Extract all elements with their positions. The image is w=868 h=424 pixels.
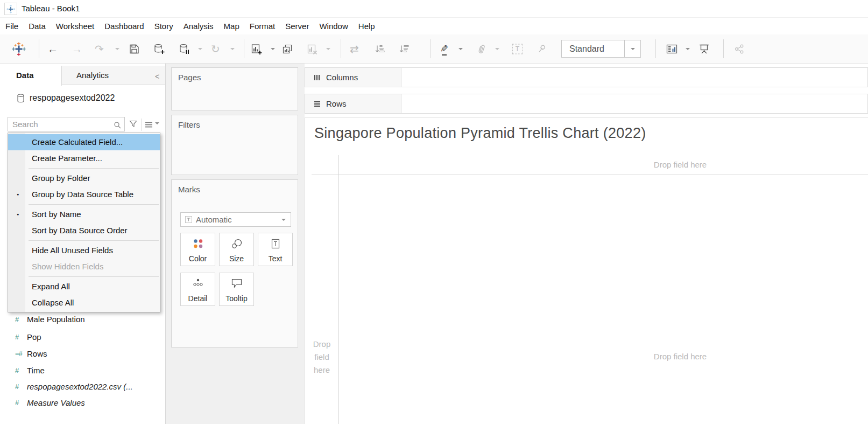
menu-item-group-by-folder[interactable]: Group by Folder — [8, 170, 160, 186]
size-button[interactable]: Size — [219, 233, 254, 266]
field-label: Time — [27, 366, 45, 375]
cards-column: Pages Filters Marks Automatic — [166, 64, 305, 424]
refresh-data-icon[interactable] — [211, 44, 220, 54]
mark-type-icon — [185, 216, 192, 223]
drop-field-column-header[interactable]: Drop field here — [654, 160, 707, 169]
menu-item-collapse-all[interactable]: Collapse All — [8, 295, 160, 311]
toolbar: Standard — [0, 34, 868, 64]
new-worksheet-dropdown-caret[interactable] — [271, 48, 275, 50]
pause-updates-dropdown-caret[interactable] — [198, 48, 202, 50]
menu-help[interactable]: Help — [358, 22, 375, 31]
field-time[interactable]: # Time — [0, 362, 163, 378]
columns-shelf-label: Columns — [305, 68, 401, 87]
group-members-button[interactable] — [477, 44, 486, 54]
tab-data[interactable]: Data — [0, 66, 62, 86]
highlight-icon[interactable] — [440, 44, 448, 54]
save-button[interactable] — [129, 44, 139, 54]
menu-format[interactable]: Format — [250, 22, 276, 31]
menu-analysis[interactable]: Analysis — [184, 22, 214, 31]
menu-bar: File Data Worksheet Dashboard Story Anal… — [0, 18, 868, 34]
chevron-down-icon — [281, 219, 286, 221]
group-dropdown-caret[interactable] — [495, 48, 499, 50]
marks-card-title: Marks — [178, 185, 200, 194]
sort-descending-button[interactable] — [399, 44, 410, 54]
detail-button[interactable]: Detail — [180, 273, 215, 306]
undo-icon[interactable] — [47, 44, 58, 54]
presentation-mode-button[interactable] — [698, 44, 710, 54]
save-icon — [129, 44, 139, 54]
detail-icon — [192, 278, 204, 290]
field-rows[interactable]: =# Rows — [0, 345, 163, 362]
search-input[interactable] — [8, 117, 124, 131]
duplicate-sheet-button[interactable] — [282, 44, 293, 54]
datasource-item[interactable]: respopagesextod2022 — [0, 85, 165, 111]
fit-selector-value: Standard — [562, 44, 624, 54]
clear-sheet-dropdown-caret[interactable] — [326, 48, 330, 50]
field-pop[interactable]: # Pop — [0, 329, 163, 345]
share-workbook-button[interactable] — [734, 44, 745, 54]
new-data-source-icon — [153, 44, 165, 54]
redo-icon[interactable] — [72, 44, 82, 54]
menu-item-sort-by-data-source-order[interactable]: Sort by Data Source Order — [8, 223, 160, 239]
replay-icon[interactable] — [95, 44, 104, 54]
show-hide-cards-icon — [666, 44, 678, 54]
menu-item-hide-all-unused-fields[interactable]: Hide All Unused Fields — [8, 242, 160, 259]
toolbar-separator — [341, 39, 341, 58]
fit-selector[interactable]: Standard — [561, 40, 641, 58]
show-mark-labels-button[interactable] — [512, 44, 523, 54]
mark-type-caret[interactable] — [277, 213, 291, 226]
menu-server[interactable]: Server — [285, 22, 309, 31]
tableau-logo-icon — [12, 42, 26, 56]
cards-dropdown-caret[interactable] — [686, 48, 690, 50]
text-button[interactable]: Text — [258, 233, 293, 266]
tooltip-button[interactable]: Tooltip — [219, 273, 254, 306]
menu-map[interactable]: Map — [224, 22, 239, 31]
view-as-dropdown-caret[interactable] — [155, 122, 159, 124]
mark-type-dropdown[interactable]: Automatic — [180, 212, 291, 227]
new-worksheet-button[interactable] — [251, 43, 262, 54]
swap-rows-columns-icon[interactable] — [350, 44, 359, 54]
menu-window[interactable]: Window — [319, 22, 348, 31]
menu-item-create-parameter[interactable]: Create Parameter... — [8, 150, 160, 166]
datasource-name: respopagesextod2022 — [30, 93, 115, 103]
menu-item-expand-all[interactable]: Expand All — [8, 279, 160, 295]
drop-field-main-pane[interactable]: Drop field here — [654, 352, 707, 361]
pages-card[interactable]: Pages — [171, 67, 298, 110]
view-as-grid-icon[interactable] — [145, 121, 153, 130]
sort-ascending-button[interactable] — [375, 44, 385, 54]
menu-item-group-by-data-source-table[interactable]: Group by Data Source Table — [8, 186, 160, 203]
columns-shelf-drop-area[interactable] — [401, 68, 867, 87]
filters-card[interactable]: Filters — [171, 115, 298, 175]
field-measure-values[interactable]: # Measure Values — [0, 394, 163, 411]
rows-shelf-drop-area[interactable] — [401, 94, 867, 113]
menu-story[interactable]: Story — [154, 22, 173, 31]
duplicate-sheet-icon — [282, 44, 293, 54]
menu-file[interactable]: File — [5, 22, 18, 31]
replay-dropdown-caret[interactable] — [115, 48, 119, 50]
fix-axes-button[interactable] — [537, 44, 547, 54]
menu-worksheet[interactable]: Worksheet — [56, 22, 94, 31]
menu-item-sort-by-name[interactable]: Sort by Name — [8, 206, 160, 223]
filter-fields-icon[interactable] — [129, 120, 137, 130]
drop-field-row-header[interactable]: Drop field here — [305, 338, 338, 377]
tab-analytics[interactable]: Analytics — [62, 66, 148, 85]
fit-selector-caret[interactable] — [624, 40, 640, 57]
search-box[interactable] — [8, 117, 125, 131]
refresh-dropdown-caret[interactable] — [230, 48, 235, 50]
color-button[interactable]: Color — [180, 233, 215, 266]
clear-sheet-button[interactable] — [307, 44, 317, 54]
worksheet-area: Columns Rows Singapore Population Pyrami… — [305, 64, 868, 424]
menu-dashboard[interactable]: Dashboard — [104, 22, 144, 31]
field-male-population[interactable]: # Male Population — [0, 311, 163, 327]
toolbar-separator — [431, 39, 431, 58]
tableau-logo-button[interactable] — [12, 42, 26, 56]
menu-data[interactable]: Data — [29, 22, 46, 31]
highlight-dropdown-caret[interactable] — [458, 48, 463, 50]
collapse-pane-icon[interactable] — [152, 70, 162, 81]
menu-item-create-calculated-field[interactable]: Create Calculated Field... — [8, 134, 160, 150]
show-hide-cards-button[interactable] — [666, 44, 678, 54]
measure-number-icon: # — [15, 333, 27, 341]
pause-auto-updates-button[interactable] — [179, 44, 190, 54]
new-data-source-button[interactable] — [153, 44, 165, 54]
field-table-count[interactable]: # respopagesextod2022.csv (... — [0, 378, 163, 394]
